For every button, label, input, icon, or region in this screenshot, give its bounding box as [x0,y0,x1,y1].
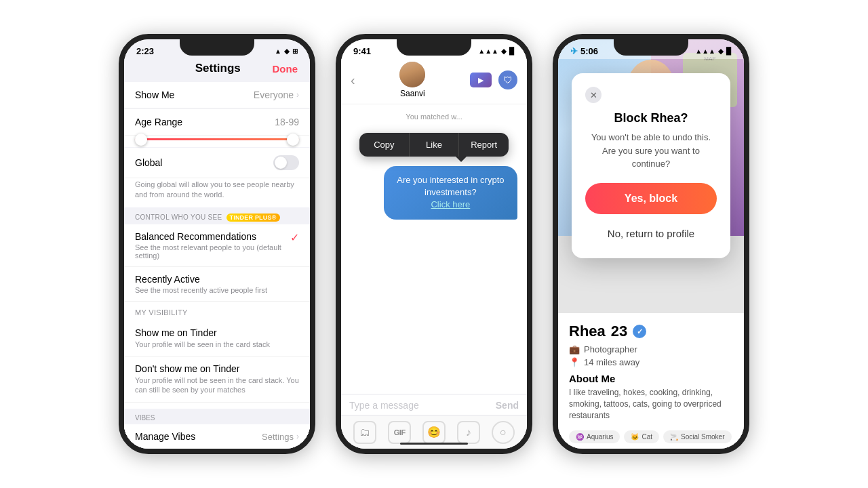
aquarius-icon: ♒ [576,433,584,441]
manage-vibes-label: Manage Vibes [135,431,195,442]
sticker-button[interactable]: 🗂 [353,421,376,444]
copy-menu-item[interactable]: Copy [359,133,410,157]
report-menu-item[interactable]: Report [459,133,509,157]
status-icons-1: ▲ ◆ ⊞ [275,47,298,55]
back-button[interactable]: ‹ [351,73,355,88]
done-button[interactable]: Done [273,63,298,75]
show-on-tinder-text: Show me on Tinder Your profile will be s… [135,327,299,349]
signal-icon-3: ▲▲▲ [695,47,715,55]
context-menu-arrow [456,157,467,162]
telegram-icon: ✈ [570,46,578,56]
about-title: About Me [569,373,733,384]
status-time-2: 9:41 [353,46,371,56]
visibility-header: MY VISIBILITY [124,302,310,321]
status-icons-2: ▲▲▲ ◆ ▉ [478,47,515,55]
bitmoji-button[interactable]: 😊 [422,421,446,444]
chat-header: ‹ Saanvi ▶ 🛡 [341,59,527,104]
video-call-button[interactable]: ▶ [470,73,492,87]
recently-active-row[interactable]: Recently Active See the most recently ac… [124,267,310,302]
block-confirm-button[interactable]: Yes, block [585,183,717,214]
block-title: Block Rhea? [585,111,717,125]
match-text: You matched w... [341,104,527,129]
spotify-button[interactable]: ♪ [457,421,480,444]
phone-2: 9:41 ▲▲▲ ◆ ▉ ‹ Saanvi ▶ 🛡 [336,34,532,454]
block-close-button[interactable]: ✕ [585,87,601,103]
settings-header: Settings Done [124,59,310,82]
global-row: Global [124,148,310,178]
status-time-1: 2:23 [136,46,154,56]
page-title: Settings [163,62,273,75]
status-time-3: 5:06 [580,46,598,56]
sticker-icon: 🗂 [359,426,370,439]
like-menu-item[interactable]: Like [410,133,460,157]
slider-fill [135,138,299,140]
show-me-row[interactable]: Show Me Everyone › [124,82,310,108]
signal-icon-2: ▲▲▲ [478,47,498,55]
tag-social-smoker: 🚬 Social Smoker [663,430,731,443]
occupation-text: Photographer [584,344,637,354]
message-input[interactable]: Type a message [349,400,490,411]
phone-1-screen: 2:23 ▲ ◆ ⊞ Settings Done Show Me Everyon… [124,39,310,449]
tag-aquarius: ♒ Aquarius [569,430,620,443]
chat-contact-info: Saanvi [399,62,425,98]
profile-name: Rhea [569,323,606,340]
show-me-section: Show Me Everyone › [124,82,310,108]
contact-name: Saanvi [400,89,425,98]
send-button[interactable]: Send [496,400,519,411]
distance-text: 14 miles away [584,357,639,367]
bubble-link[interactable]: Click here [431,199,470,209]
smoker-icon: 🚬 [670,433,678,441]
avatar [399,62,425,87]
battery-icon-2: ▉ [509,47,515,55]
vibes-row[interactable]: Manage Vibes Settings › [124,424,310,449]
phone-notch-3 [614,39,688,56]
age-range-label: Age Range [135,117,182,127]
profile-name-age: Rhea 23 ✓ [569,323,733,340]
chat-bubble: Are you interested in crypto investments… [384,166,517,220]
profile-age: 23 [611,323,627,340]
context-menu: Copy Like Report [359,133,509,162]
wifi-icon-3: ◆ [718,47,724,55]
avatar-image [399,62,425,87]
tinder-plus-badge-control: Tinder Plus® [226,214,280,222]
spotify-icon: ♪ [466,426,471,439]
home-bar-2 [400,443,468,445]
phone-notch-2 [397,39,471,56]
wifi-icon: ◆ [284,47,290,55]
cat-icon: 🐱 [631,433,639,441]
signal-icon: ▲ [275,47,281,55]
verified-icon: ✓ [637,327,643,336]
show-me-value: Everyone › [254,89,299,100]
show-on-tinder-option[interactable]: Show me on Tinder Your profile will be s… [124,321,310,357]
more-icon: ○ [500,426,507,439]
block-cancel-button[interactable]: No, return to profile [585,222,717,245]
briefcase-icon: 💼 [569,344,580,354]
age-range-value: 18-99 [275,117,299,127]
global-desc: Going global will allow you to see peopl… [124,178,310,207]
slider-thumb-right[interactable] [287,134,299,146]
battery-icon-3: ▉ [726,47,732,55]
toggle-knob [275,157,287,169]
dont-show-option[interactable]: Don't show me on Tinder Your profile wil… [124,357,310,403]
about-text: I like traveling, hokes, cooking, drinki… [569,387,733,421]
block-description: You won't be able to undo this. Are you … [585,131,717,171]
battery-icon: ⊞ [292,47,298,55]
chat-input-area: Type a message Send [341,394,527,416]
verified-badge: ✓ [633,325,646,338]
global-toggle[interactable] [273,155,299,170]
phone-1: 2:23 ▲ ◆ ⊞ Settings Done Show Me Everyon… [119,34,315,454]
age-range-row: Age Range 18-99 [124,109,310,136]
recently-active-title: Recently Active [135,274,299,285]
slider-thumb-left[interactable] [135,134,147,146]
shield-button[interactable]: 🛡 [498,70,517,89]
shield-icon: 🛡 [503,75,513,85]
balanced-rec-row[interactable]: Balanced Recommendations See the most re… [124,224,310,267]
global-section: Global Going global will allow you to se… [124,148,310,207]
control-section-label: CONTROL WHO YOU SEE Tinder Plus® [124,208,310,224]
age-range-slider[interactable] [124,136,310,147]
more-button[interactable]: ○ [492,421,515,444]
age-range-section: Age Range 18-99 [124,109,310,147]
occupation-detail: 💼 Photographer [569,344,733,354]
balanced-rec-title: Balanced Recommendations [135,231,290,242]
gif-button[interactable]: GIF [388,421,411,444]
